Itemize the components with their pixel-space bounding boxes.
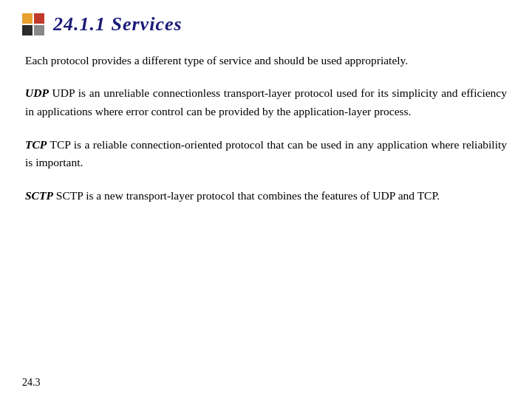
page-container: 24.1.1 Services Each protocol provides a…	[0, 0, 532, 399]
sq-top-right	[34, 13, 44, 24]
intro-paragraph: Each protocol provides a different type …	[25, 52, 507, 69]
tcp-block: TCP TCP is a reliable connection-oriente…	[25, 136, 507, 173]
sq-top-left	[22, 13, 33, 24]
udp-text: UDP is an unreliable connectionless tran…	[25, 86, 507, 117]
content-body: Each protocol provides a different type …	[22, 52, 510, 205]
sq-bottom-left	[22, 25, 33, 35]
sctp-block: SCTP SCTP is a new transport-layer proto…	[25, 187, 507, 205]
sq-bottom-right	[34, 25, 44, 35]
sctp-label: SCTP	[25, 189, 53, 202]
tcp-label: TCP	[25, 138, 47, 151]
page-number: 24.3	[22, 377, 41, 389]
udp-label: UDP	[25, 86, 49, 99]
tcp-text: TCP is a reliable connection-oriented pr…	[25, 138, 507, 169]
header-area: 24.1.1 Services	[22, 13, 510, 35]
sctp-text: SCTP is a new transport-layer protocol t…	[53, 189, 440, 202]
accent-squares	[22, 13, 44, 35]
udp-block: UDP UDP is an unreliable connectionless …	[25, 84, 507, 121]
page-title: 24.1.1 Services	[53, 13, 183, 35]
